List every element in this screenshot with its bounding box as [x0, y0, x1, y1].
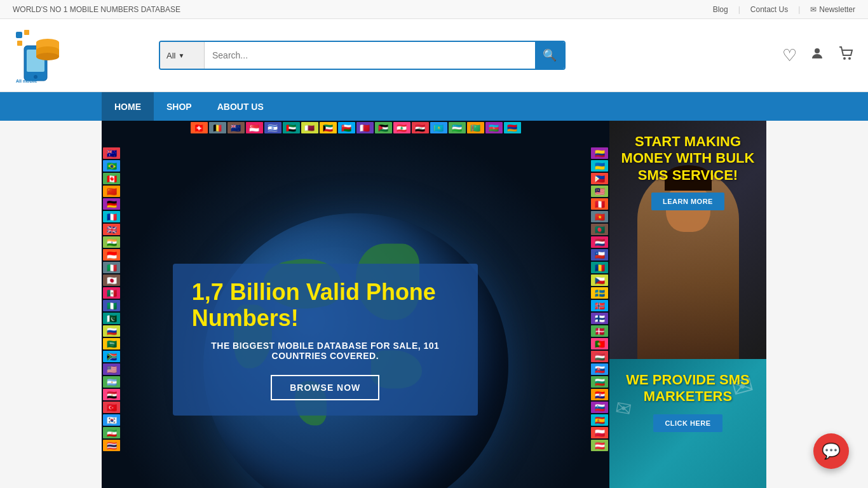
flags-right: 🇨🇴🇺🇦🇵🇭🇲🇾🇵🇪🇻🇳🇧🇩🇳🇱🇨🇱🇷🇴🇨🇿🇸🇪🇳🇴🇫🇮🇩🇰🇵🇹🇭🇺🇸🇰🇧🇬🇭🇷…: [555, 146, 609, 488]
svg-point-15: [848, 57, 851, 60]
browse-now-button[interactable]: BROWSE NOW: [271, 375, 379, 400]
navigation: HOME SHOP ABOUT US: [0, 92, 868, 121]
email-icon: ✉: [810, 5, 817, 14]
flags-left: 🇦🇺🇧🇷🇨🇦🇨🇳🇩🇪🇫🇷🇬🇧🇮🇳🇮🇩🇮🇹🇯🇵🇲🇽🇳🇬🇵🇰🇷🇺🇸🇦🇿🇦🇺🇸🇦🇷🇪🇬…: [102, 146, 156, 488]
svg-text:All mobile: All mobile: [16, 79, 37, 83]
divider-1: |: [738, 5, 740, 14]
svg-point-7: [36, 53, 59, 60]
hero-slider: 🇦🇺🇧🇷🇨🇦🇨🇳🇩🇪🇫🇷🇬🇧🇮🇳🇮🇩🇮🇹🇯🇵🇲🇽🇳🇬🇵🇰🇷🇺🇸🇦🇿🇦🇺🇸🇦🇷🇪🇬…: [102, 121, 609, 488]
ad-2-button[interactable]: CLICK HERE: [653, 414, 722, 432]
top-bar-right: Blog | Contact Us | ✉ Newsletter: [713, 5, 855, 14]
hero-subtitle: THE BIGGEST MOBILE DATABASE FOR SALE, 10…: [192, 341, 459, 361]
ad-1-title: START MAKING MONEY WITH BULK SMS SERVICE…: [619, 133, 757, 184]
tagline: WORLD'S NO 1 MOBILE NUMBERS DATABASE: [13, 5, 180, 14]
search-icon: 🔍: [543, 48, 557, 62]
search-category-dropdown[interactable]: All ▼: [160, 42, 205, 69]
svg-rect-9: [24, 30, 29, 35]
newsletter-link[interactable]: ✉ Newsletter: [810, 5, 855, 14]
chevron-down-icon: ▼: [178, 52, 184, 59]
svg-point-14: [843, 57, 846, 60]
nav-item-shop[interactable]: SHOP: [154, 92, 205, 121]
svg-rect-8: [16, 32, 22, 38]
flags-top: 🇨🇭🇧🇪🇳🇿🇸🇬🇮🇱🇦🇪🇶🇦🇰🇼🇴🇲🇧🇭🇯🇴🇱🇧🇮🇶🇰🇿🇺🇿🇹🇲🇦🇿🇦🇲: [153, 121, 559, 149]
ad-sms-service[interactable]: START MAKING MONEY WITH BULK SMS SERVICE…: [609, 121, 766, 359]
main-content: 🇦🇺🇧🇷🇨🇦🇨🇳🇩🇪🇫🇷🇬🇧🇮🇳🇮🇩🇮🇹🇯🇵🇲🇽🇳🇬🇵🇰🇷🇺🇸🇦🇿🇦🇺🇸🇦🇷🇪🇬…: [102, 121, 766, 488]
ad-2-text: WE PROVIDE SMS MARKETERS CLICK HERE: [609, 359, 766, 445]
cart-icon[interactable]: [837, 44, 855, 66]
svg-point-13: [815, 48, 820, 53]
header-icons: ♡: [782, 44, 855, 66]
logo-image: All mobile database: [13, 27, 67, 84]
search-area: All ▼ 🔍: [159, 41, 566, 70]
contact-link[interactable]: Contact Us: [750, 5, 788, 14]
chat-button[interactable]: 💬: [813, 433, 849, 469]
search-button[interactable]: 🔍: [535, 42, 564, 69]
hero-text-box: 1,7 Billion Valid Phone Numbers! THE BIG…: [173, 264, 478, 416]
ad-1-text: START MAKING MONEY WITH BULK SMS SERVICE…: [609, 121, 766, 223]
ad-sms-marketers[interactable]: ✉ ✉ ✉ WE PROVIDE SMS MARKETERS CLICK HER…: [609, 359, 766, 488]
blog-link[interactable]: Blog: [713, 5, 728, 14]
wishlist-icon[interactable]: ♡: [782, 46, 797, 65]
logo-area: All mobile database: [13, 27, 140, 84]
divider-2: |: [798, 5, 800, 14]
top-bar: WORLD'S NO 1 MOBILE NUMBERS DATABASE Blo…: [0, 0, 868, 19]
header: All mobile database All ▼ 🔍 ♡: [0, 19, 868, 92]
ad-2-title: WE PROVIDE SMS MARKETERS: [619, 372, 757, 405]
search-input[interactable]: [205, 42, 535, 69]
chat-icon: 💬: [822, 442, 841, 460]
svg-rect-10: [17, 41, 22, 46]
nav-item-home[interactable]: HOME: [102, 92, 154, 121]
hero-title: 1,7 Billion Valid Phone Numbers!: [192, 279, 459, 332]
nav-item-about[interactable]: ABOUT US: [205, 92, 276, 121]
category-label: All: [166, 51, 175, 60]
sidebar-ads: START MAKING MONEY WITH BULK SMS SERVICE…: [609, 121, 766, 488]
account-icon[interactable]: [810, 46, 825, 65]
ad-1-button[interactable]: LEARN MORE: [651, 193, 724, 210]
